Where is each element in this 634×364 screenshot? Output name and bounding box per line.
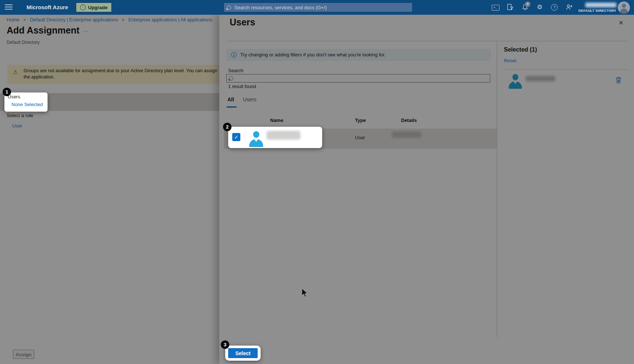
row-checkbox-checked[interactable]: ✓ bbox=[232, 133, 240, 141]
brand-title[interactable]: Microsoft Azure bbox=[27, 0, 68, 15]
highlight-user-row: ✓ bbox=[228, 127, 322, 148]
none-selected-link[interactable]: None Selected bbox=[11, 102, 43, 107]
hamburger-menu-icon[interactable] bbox=[5, 4, 13, 10]
highlight-select-button: Select bbox=[225, 346, 261, 361]
notification-count-badge: 7 bbox=[525, 1, 530, 7]
directory-filter-icon[interactable] bbox=[506, 3, 515, 11]
step-badge-3: 3 bbox=[221, 340, 229, 349]
highlight-users-field: Users None Selected bbox=[4, 92, 48, 112]
row-user-name-redacted bbox=[267, 131, 300, 140]
dim-overlay bbox=[0, 15, 634, 364]
directory-label: DEFAULT DIRECTORY bbox=[550, 9, 616, 13]
account-avatar[interactable] bbox=[618, 1, 630, 14]
upgrade-arrow-icon: ↑ bbox=[80, 4, 86, 10]
top-bar: Microsoft Azure ↑ Upgrade >_ 7 ⚙ bbox=[0, 0, 634, 15]
search-icon bbox=[227, 6, 231, 10]
notifications-bell-icon[interactable]: 7 bbox=[520, 3, 529, 11]
global-search[interactable] bbox=[224, 3, 412, 12]
account-name-redacted bbox=[585, 3, 616, 7]
settings-gear-icon[interactable]: ⚙ bbox=[535, 3, 544, 11]
user-avatar bbox=[249, 131, 263, 147]
mouse-cursor bbox=[301, 288, 308, 300]
cloud-shell-icon[interactable]: >_ bbox=[491, 3, 500, 11]
upgrade-label: Upgrade bbox=[88, 5, 108, 10]
azure-portal-screen: Microsoft Azure ↑ Upgrade >_ 7 ⚙ bbox=[0, 0, 634, 364]
upgrade-button[interactable]: ↑ Upgrade bbox=[76, 3, 112, 12]
step-badge-1: 1 bbox=[3, 88, 11, 96]
step-badge-2: 2 bbox=[223, 123, 231, 131]
global-search-input[interactable] bbox=[234, 4, 409, 11]
select-button[interactable]: Select bbox=[228, 348, 258, 358]
